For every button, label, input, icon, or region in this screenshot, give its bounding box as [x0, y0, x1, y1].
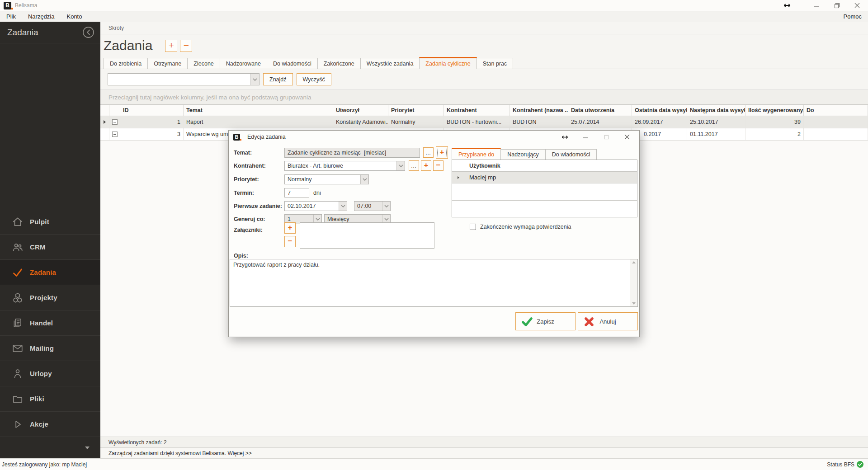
sidebar-item-label: Zadania	[30, 268, 56, 276]
clear-button[interactable]: Wyczyść	[297, 73, 331, 85]
scroll-up-icon[interactable]	[632, 261, 636, 263]
sidebar-item-pliki[interactable]: Pliki	[0, 386, 100, 411]
first-task-time-combobox[interactable]: 07:00	[354, 201, 391, 211]
table-row[interactable]: 1RaportKonstanty Adamowi...NormalnyBUDTO…	[100, 116, 868, 128]
column-header-temat[interactable]: Temat	[184, 105, 333, 116]
sidebar-item-crm[interactable]: CRM	[0, 234, 100, 259]
menu-narzedzia[interactable]: Narzędzia	[28, 13, 55, 20]
tab-zakonczone[interactable]: Zakończone	[317, 58, 361, 69]
kontrahent-browse-button[interactable]: ...	[409, 160, 419, 171]
chevron-down-icon[interactable]	[250, 74, 259, 85]
tab-zadania-cykliczne[interactable]: Zadania cykliczne	[419, 57, 476, 69]
menu-plik[interactable]: Plik	[6, 13, 16, 20]
expand-row-icon[interactable]	[112, 119, 118, 125]
sidebar-item-mailing[interactable]: Mailing	[0, 335, 100, 361]
close-button[interactable]	[851, 1, 863, 10]
column-header-priorytet[interactable]: Priorytet	[388, 105, 444, 116]
termin-input[interactable]: 7	[284, 188, 309, 197]
column-header-kontrahent[interactable]: Kontrahent	[444, 105, 510, 116]
column-header-kontrahent-nazwa[interactable]: Kontrahent (nazwa ...	[510, 105, 568, 116]
cell-do	[804, 116, 868, 128]
attachment-remove-button[interactable]: −	[284, 236, 296, 247]
first-task-date-combobox[interactable]: 02.10.2017	[284, 201, 347, 211]
dialog-tab-nadzorujacy[interactable]: Nadzorujący	[500, 149, 545, 160]
envelope-icon	[12, 343, 24, 354]
chevron-down-icon[interactable]	[339, 202, 347, 211]
sidebar-item-zadania[interactable]: Zadania	[0, 259, 100, 285]
assignment-tabs: Przypisane doNadzorującyDo wiadomości	[452, 148, 596, 160]
column-header-nastepna-data-wysylki[interactable]: Następna data wysyłki	[687, 105, 745, 116]
menu-konto[interactable]: Konto	[66, 13, 82, 20]
remove-task-button[interactable]: −	[180, 40, 192, 52]
priorytet-combobox[interactable]: Normalny	[284, 174, 369, 184]
tab-zlecone[interactable]: Zlecone	[187, 58, 220, 69]
textarea-scrollbar[interactable]	[630, 259, 637, 306]
status-bar: Jesteś zalogowany jako: mp Maciej Status…	[0, 458, 868, 470]
cancel-button[interactable]: Anuluj	[578, 312, 638, 330]
description-textarea[interactable]: Przygotować raport z pracy działu.	[230, 259, 638, 307]
chevron-down-icon[interactable]	[396, 161, 405, 170]
save-button[interactable]: Zapisz	[515, 312, 576, 330]
restore-button[interactable]	[601, 133, 611, 141]
expand-row-icon[interactable]	[112, 132, 118, 137]
scroll-down-icon[interactable]	[632, 302, 636, 305]
shortcuts-label[interactable]: Skróty	[108, 25, 124, 31]
find-button[interactable]: Znajdź	[263, 73, 293, 85]
column-header-utworzyl[interactable]: Utworzył	[333, 105, 388, 116]
sidebar-item-urlopy[interactable]: Urlopy	[0, 361, 100, 386]
collapse-sidebar-button[interactable]	[82, 26, 94, 38]
kontrahent-combobox[interactable]: Biuratex - Art. biurowe	[284, 161, 405, 171]
temat-browse-button[interactable]: ...	[423, 147, 434, 158]
chevron-down-icon[interactable]	[382, 202, 390, 211]
sidebar-item-label: Pulpit	[30, 218, 49, 226]
cell-ostatnia-wysylka: 0.2017	[632, 128, 687, 140]
menu-bar: PlikNarzędziaKonto Pomoc	[0, 11, 868, 22]
tab-stan-prac[interactable]: Stan prac	[476, 58, 514, 69]
column-header-ilosc-wygenerowany[interactable]: Ilość wygenerowany...	[745, 105, 804, 116]
dialog-titlebar[interactable]: B Edycja zadania	[229, 131, 639, 143]
sidebar-item-projekty[interactable]: Projekty	[0, 285, 100, 310]
search-input[interactable]	[108, 74, 250, 85]
attachments-list[interactable]	[300, 222, 434, 249]
sidebar-item-akcje[interactable]: Akcje	[0, 411, 100, 437]
resize-arrows-icon[interactable]	[560, 133, 570, 141]
footer-promo[interactable]: Zarządzaj zadaniami dzięki systemowi Bel…	[100, 447, 868, 458]
add-task-button[interactable]: +	[165, 40, 177, 52]
tab-wszystkie-zadania[interactable]: Wszystkie zadania	[360, 58, 420, 69]
column-header-ostatnia-data-wysylki[interactable]: Ostatnia data wysyłki	[632, 105, 687, 116]
tasks-count: Wyświetlonych zadań: 2	[100, 437, 868, 447]
close-button[interactable]	[622, 133, 632, 141]
cell-utworzyl: Konstanty Adamowi...	[333, 116, 388, 128]
user-row[interactable]: Maciej mp	[452, 172, 637, 183]
termin-label: Termin:	[234, 190, 254, 196]
chevron-down-icon	[85, 446, 90, 449]
temat-add-button[interactable]: +	[436, 146, 448, 159]
minimize-button[interactable]	[810, 1, 823, 10]
temat-input[interactable]: Zadanie cykliczne za miesiąc [miesiac]	[284, 148, 420, 158]
sidebar-item-pulpit[interactable]: Pulpit	[0, 209, 100, 234]
tab-do-wiadomosci[interactable]: Do wiadomości	[267, 58, 318, 69]
menu-help[interactable]: Pomoc	[844, 13, 862, 20]
sidebar-footer[interactable]	[0, 437, 100, 458]
dialog-tab-przypisane-do[interactable]: Przypisane do	[452, 148, 501, 160]
attachment-add-button[interactable]: +	[284, 222, 296, 234]
column-header-do[interactable]: Do	[804, 105, 868, 116]
search-combobox[interactable]	[108, 73, 259, 85]
sidebar-item-handel[interactable]: Handel	[0, 310, 100, 335]
dialog-tab-do-wiadomosci[interactable]: Do wiadomości	[545, 149, 597, 160]
column-header-data-utworzenia[interactable]: Data utworzenia	[568, 105, 632, 116]
row-indicator	[100, 128, 109, 140]
confirm-checkbox[interactable]	[470, 224, 476, 230]
minimize-button[interactable]	[580, 133, 590, 141]
tab-nadzorowane[interactable]: Nadzorowane	[220, 58, 267, 69]
tab-otrzymane[interactable]: Otrzymane	[147, 58, 188, 69]
restore-button[interactable]	[830, 1, 843, 10]
sidebar-title: Zadania	[7, 28, 38, 38]
kontrahent-remove-button[interactable]: −	[433, 160, 443, 171]
chevron-down-icon[interactable]	[360, 175, 368, 184]
resize-arrows-icon[interactable]	[781, 1, 793, 10]
column-header-id[interactable]: ID	[120, 105, 184, 116]
status-ok-icon	[857, 461, 863, 468]
tab-do-zrobienia[interactable]: Do zrobienia	[104, 58, 148, 69]
kontrahent-add-button[interactable]: +	[421, 160, 431, 171]
